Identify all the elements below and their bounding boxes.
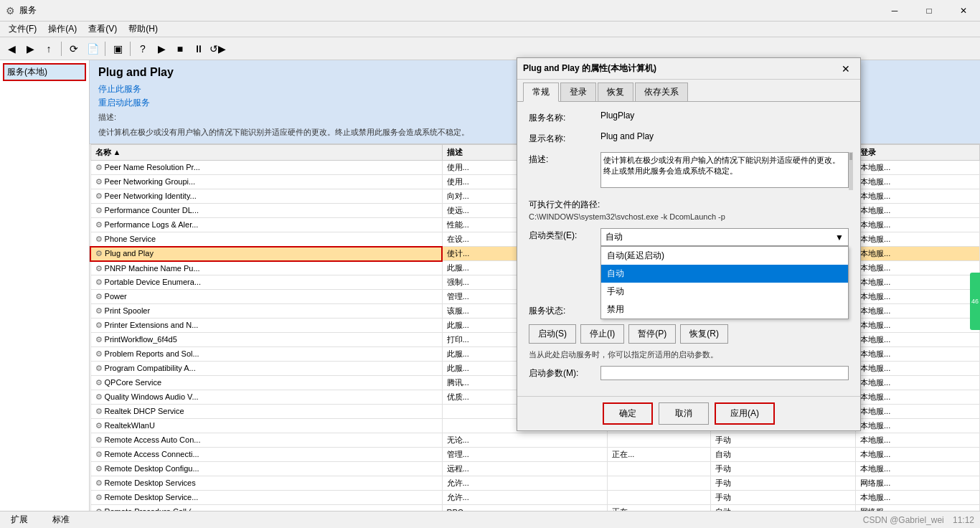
resume-service-button[interactable]: 恢复(R) xyxy=(680,324,728,344)
start-type-dropdown-container: 自动 ▼ 自动(延迟启动) 自动 手动 禁用 xyxy=(600,228,849,246)
desc-textarea[interactable]: 使计算机在极少或没有用户输入的情况下能识别并适应硬件的更改。终止或禁用此服务会造… xyxy=(600,152,849,188)
dialog-body: 服务名称: PlugPlay 显示名称: Plug and Play 描述: 使… xyxy=(517,102,860,396)
start-type-label: 启动类型(E): xyxy=(529,228,600,242)
description-row: 描述: 使计算机在极少或没有用户输入的情况下能识别并适应硬件的更改。终止或禁用此… xyxy=(529,152,849,190)
option-auto-delayed[interactable]: 自动(延迟启动) xyxy=(601,247,848,265)
pause-service-button[interactable]: 暂停(P) xyxy=(628,324,676,344)
tab-general[interactable]: 常规 xyxy=(523,82,559,102)
option-manual[interactable]: 手动 xyxy=(601,283,848,301)
filepath-row: 可执行文件的路径: C:\WINDOWS\system32\svchost.ex… xyxy=(529,197,849,221)
tab-dependencies[interactable]: 依存关系 xyxy=(635,82,688,101)
tab-recovery[interactable]: 恢复 xyxy=(598,82,633,101)
params-row: 启动参数(M): xyxy=(529,366,849,380)
stop-service-button[interactable]: 停止(I) xyxy=(580,324,624,344)
dialog-close-button[interactable]: ✕ xyxy=(837,60,854,77)
properties-dialog: Plug and Play 的属性(本地计算机) ✕ 常规 登录 恢复 依存关系… xyxy=(517,57,861,431)
dialog-footer: 确定 取消 应用(A) xyxy=(517,396,860,430)
dialog-tabs: 常规 登录 恢复 依存关系 xyxy=(517,80,860,102)
display-name-label: 显示名称: xyxy=(529,131,600,145)
start-type-row: 启动类型(E): 自动 ▼ 自动(延迟启动) 自动 手动 禁用 xyxy=(529,228,849,246)
state-buttons: 启动(S) 停止(I) 暂停(P) 恢复(R) xyxy=(529,324,849,344)
service-name-row: 服务名称: PlugPlay xyxy=(529,110,849,124)
option-auto[interactable]: 自动 xyxy=(601,265,848,283)
cancel-button[interactable]: 取消 xyxy=(659,402,709,425)
params-label: 启动参数(M): xyxy=(529,366,600,380)
start-service-button[interactable]: 启动(S) xyxy=(529,324,576,344)
params-input[interactable] xyxy=(600,366,849,380)
start-type-popup: 自动(延迟启动) 自动 手动 禁用 xyxy=(600,246,849,319)
display-name-value: Plug and Play xyxy=(600,131,849,141)
start-type-dropdown[interactable]: 自动 ▼ xyxy=(600,228,849,246)
state-label: 服务状态: xyxy=(529,303,600,317)
filepath-value: C:\WINDOWS\system32\svchost.exe -k DcomL… xyxy=(529,212,725,221)
dropdown-arrow-icon: ▼ xyxy=(835,232,844,242)
tab-login[interactable]: 登录 xyxy=(560,82,596,101)
hint-text: 当从此处启动服务时，你可以指定所适用的启动参数。 xyxy=(529,349,849,360)
service-name-value: PlugPlay xyxy=(600,110,849,121)
option-disabled[interactable]: 禁用 xyxy=(601,301,848,319)
service-name-label: 服务名称: xyxy=(529,110,600,124)
dialog-title-bar: Plug and Play 的属性(本地计算机) ✕ xyxy=(517,58,860,80)
dialog-overlay: Plug and Play 的属性(本地计算机) ✕ 常规 登录 恢复 依存关系… xyxy=(0,0,980,528)
filepath-label: 可执行文件的路径: xyxy=(529,197,600,211)
apply-button[interactable]: 应用(A) xyxy=(715,402,775,425)
display-name-row: 显示名称: Plug and Play xyxy=(529,131,849,145)
start-type-selected: 自动 xyxy=(606,231,623,243)
dialog-title: Plug and Play 的属性(本地计算机) xyxy=(523,62,837,75)
ok-button[interactable]: 确定 xyxy=(603,402,653,425)
desc-label: 描述: xyxy=(529,152,600,166)
